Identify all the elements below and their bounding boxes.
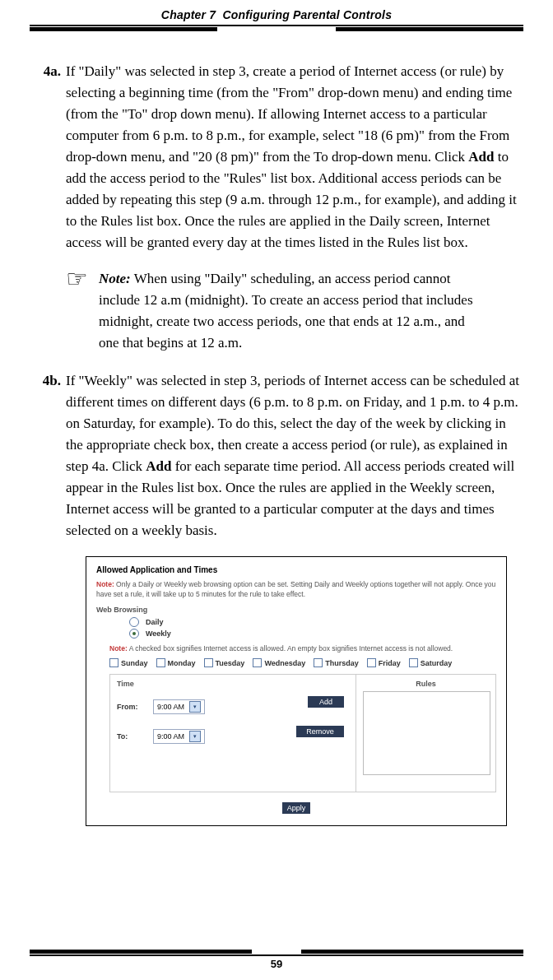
step-4b-add-word: Add [146, 458, 171, 474]
pointing-hand-icon: ☞ [66, 268, 99, 288]
from-dropdown[interactable]: 9:00 AM ▾ [153, 699, 205, 714]
radio-weekly-label: Weekly [146, 629, 171, 638]
step-4b-body: If "Weekly" was selected in step 3, peri… [66, 370, 523, 541]
note-body: When using "Daily" scheduling, an access… [99, 271, 473, 351]
chevron-down-icon[interactable]: ▾ [189, 701, 201, 713]
step-4a-number: 4a. [30, 61, 66, 82]
allowed-note-text: A checked box signifies Internet access … [128, 644, 453, 653]
step-4b-number: 4b. [30, 370, 66, 392]
apply-button[interactable]: Apply [282, 802, 311, 814]
screenshot-top-note-label: Note: [96, 580, 114, 588]
screenshot-top-note-text: Only a Daily or Weekly web browsing opti… [96, 580, 495, 598]
time-panel-title: Time [117, 680, 349, 688]
time-panel: Time From: 9:00 AM ▾ To: 9:00 AM ▾ Add [109, 674, 356, 792]
to-value: 9:00 AM [157, 732, 184, 741]
chapter-header: Chapter 7 Configuring Parental Controls [30, 8, 523, 21]
rules-panel: Rules [356, 674, 496, 792]
to-dropdown[interactable]: 9:00 AM ▾ [153, 729, 205, 744]
allowed-note: Note: A checked box signifies Internet a… [109, 643, 496, 653]
screenshot-top-note: Note: Only a Daily or Weekly web browsin… [96, 579, 496, 599]
checkbox-icon[interactable] [156, 658, 165, 667]
step-4a-body: If "Daily" was selected in step 3, creat… [66, 61, 523, 253]
chevron-down-icon[interactable]: ▾ [189, 731, 201, 742]
radio-weekly-input[interactable] [129, 629, 139, 639]
day-monday[interactable]: Monday [156, 658, 196, 667]
checkbox-icon[interactable] [314, 658, 323, 667]
step-4a: 4a. If "Daily" was selected in step 3, c… [30, 61, 523, 253]
from-value: 9:00 AM [157, 703, 184, 711]
rules-listbox[interactable] [363, 691, 490, 775]
radio-daily-row[interactable]: Daily [129, 617, 496, 627]
page-number: 59 [0, 958, 553, 970]
chapter-title: Configuring Parental Controls [222, 8, 392, 21]
day-friday[interactable]: Friday [367, 658, 401, 667]
remove-button[interactable]: Remove [296, 726, 344, 737]
day-checkboxes: Sunday Monday Tuesday Wednesday Thursday… [109, 658, 496, 667]
step-4a-text-pre: If "Daily" was selected in step 3, creat… [66, 63, 512, 165]
web-browsing-label: Web Browsing [96, 606, 496, 614]
day-wednesday[interactable]: Wednesday [253, 658, 305, 667]
chapter-number: Chapter 7 [161, 8, 216, 21]
add-button[interactable]: Add [308, 696, 344, 708]
header-rule [30, 25, 523, 35]
day-tuesday[interactable]: Tuesday [204, 658, 245, 667]
checkbox-icon[interactable] [367, 658, 376, 667]
footer-rule [30, 946, 523, 956]
rules-panel-title: Rules [363, 680, 489, 688]
radio-daily-label: Daily [146, 618, 164, 626]
day-saturday[interactable]: Saturday [409, 658, 453, 667]
step-4a-add-word: Add [468, 149, 494, 165]
checkbox-icon[interactable] [204, 658, 213, 667]
note-block: ☞ Note: When using "Daily" scheduling, a… [66, 268, 523, 354]
day-thursday[interactable]: Thursday [314, 658, 359, 667]
radio-weekly-row[interactable]: Weekly [129, 629, 496, 639]
screenshot-title: Allowed Application and Times [96, 565, 496, 574]
from-label: From: [117, 703, 145, 711]
page-footer: 59 [0, 946, 553, 970]
screenshot-figure: Allowed Application and Times Note: Only… [86, 556, 507, 826]
to-label: To: [117, 732, 145, 741]
note-label: Note: [99, 271, 131, 286]
note-text: Note: When using "Daily" scheduling, an … [99, 268, 486, 354]
allowed-note-label: Note: [109, 644, 128, 653]
checkbox-icon[interactable] [409, 658, 418, 667]
checkbox-icon[interactable] [253, 658, 262, 667]
checkbox-icon[interactable] [109, 658, 118, 667]
step-4b: 4b. If "Weekly" was selected in step 3, … [30, 370, 523, 541]
radio-daily-input[interactable] [129, 617, 139, 627]
day-sunday[interactable]: Sunday [109, 658, 148, 667]
